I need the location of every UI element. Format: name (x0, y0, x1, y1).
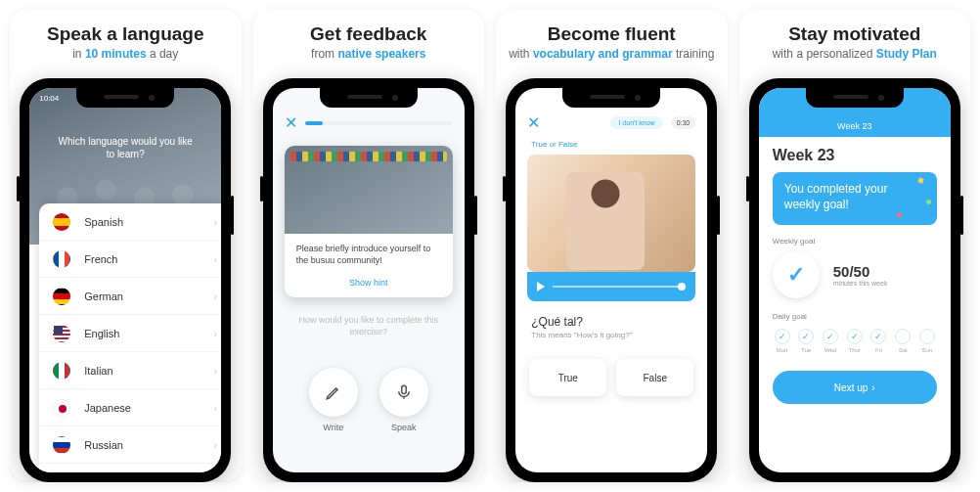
day-mon: Mon (773, 329, 792, 353)
write-label: Write (323, 423, 343, 432)
phone-notch (806, 88, 904, 108)
language-item-french[interactable]: French› (39, 241, 221, 278)
day-label: Wed (824, 347, 836, 353)
chevron-right-icon: › (871, 382, 874, 393)
language-item-english[interactable]: English› (39, 315, 221, 352)
language-item-chinese[interactable]: Chinese› (39, 464, 221, 472)
language-prompt: Which language would you like to learn? (29, 135, 221, 160)
goal-banner: You completed your weekly goal! (773, 172, 937, 225)
speak-button[interactable]: Speak (379, 368, 428, 432)
exercise-actions: Write Speak (273, 368, 465, 432)
day-label: Tue (801, 347, 811, 353)
card-title: Become fluent (548, 23, 676, 45)
confetti-icon (917, 177, 923, 183)
phone-screen: Week 23 Week 23 You completed your weekl… (759, 88, 951, 472)
goal-ring: ✓ (773, 251, 820, 298)
day-fri: Fri (869, 329, 889, 353)
next-up-button[interactable]: Next up › (773, 371, 937, 404)
chevron-right-icon: › (214, 365, 218, 377)
language-label: French (84, 253, 117, 265)
sub-accent: Study Plan (876, 47, 937, 61)
chevron-right-icon: › (214, 328, 218, 339)
check-icon: ✓ (787, 262, 805, 288)
language-item-japanese[interactable]: Japanese› (39, 389, 221, 426)
flag-icon (53, 399, 70, 417)
language-label: Spanish (84, 216, 123, 228)
idk-button[interactable]: I don't know (610, 116, 662, 129)
card-title: Speak a language (47, 23, 204, 45)
phone-frame: Week 23 Week 23 You completed your weekl… (749, 78, 960, 482)
phone-frame: ✕ I don't know 0:30 True or False ¿Qué t… (506, 78, 717, 482)
close-icon[interactable]: ✕ (527, 113, 540, 132)
chevron-right-icon: › (214, 402, 218, 414)
mic-icon (379, 368, 428, 417)
day-check-icon (847, 329, 863, 344)
goal-banner-text: You completed your weekly goal! (784, 182, 888, 211)
quiz-question: ¿Qué tal? (531, 315, 691, 329)
flag-icon (53, 325, 70, 342)
close-icon[interactable]: ✕ (285, 113, 297, 132)
phone-notch (562, 88, 660, 108)
confetti-icon (926, 200, 931, 204)
daily-goal-row: Mon Tue Wed Thur Fri Sat Sun (773, 329, 937, 353)
card-subtitle: with vocabulary and grammar training (509, 47, 714, 61)
language-item-german[interactable]: German› (39, 278, 221, 315)
quiz-answers: True False (529, 359, 693, 396)
quiz-mode-label: True or False (531, 140, 691, 149)
write-button[interactable]: Write (309, 368, 358, 432)
show-hint-link[interactable]: Show hint (285, 276, 453, 297)
timer-badge: 0:30 (671, 116, 696, 129)
promo-card-1: Speak a language in 10 minutes a day 10:… (10, 10, 242, 482)
day-check-icon (919, 329, 935, 344)
audio-track[interactable] (553, 286, 686, 288)
language-label: Italian (84, 365, 112, 377)
goal-count: 50/50 (833, 263, 888, 280)
day-check-icon (823, 329, 838, 344)
exercise-card: Please briefly introduce yourself to the… (285, 146, 453, 297)
chevron-right-icon: › (214, 253, 218, 265)
sub-accent: 10 minutes (85, 47, 147, 61)
day-label: Thur (849, 347, 861, 353)
sub-accent: native speakers (337, 47, 425, 61)
day-label: Sat (899, 347, 908, 353)
day-tue: Tue (796, 329, 816, 353)
phone-screen: ✕ Please briefly introduce yourself to t… (273, 88, 465, 472)
quiz-photo (527, 155, 695, 272)
status-time: 10:04 (39, 94, 59, 103)
false-button[interactable]: False (616, 359, 693, 396)
audio-player[interactable] (527, 272, 695, 301)
true-button[interactable]: True (529, 359, 606, 396)
weekly-goal-row: ✓ 50/50 minutes this week (773, 251, 937, 298)
language-item-spanish[interactable]: Spanish› (39, 203, 221, 241)
sub-pre: from (311, 47, 337, 61)
sub-post: training (673, 47, 715, 61)
language-label: English (84, 328, 119, 339)
sub-pre: in (72, 47, 85, 61)
language-label: Japanese (84, 402, 131, 414)
flag-icon (53, 213, 70, 231)
pencil-icon (309, 368, 358, 417)
play-icon[interactable] (537, 282, 545, 291)
promo-card-4: Stay motivated with a personalized Study… (739, 10, 971, 482)
exercise-task: Please briefly introduce yourself to the… (285, 234, 453, 276)
card-title: Stay motivated (788, 23, 920, 45)
language-item-russian[interactable]: Russian› (39, 426, 221, 464)
exercise-question: How would you like to complete this exer… (289, 315, 449, 337)
plan-header-label: Week 23 (837, 121, 871, 131)
phone-screen: ✕ I don't know 0:30 True or False ¿Qué t… (515, 88, 707, 472)
language-list[interactable]: Spanish› French› German› English› Italia… (39, 203, 221, 472)
sub-post: a day (147, 47, 179, 61)
chevron-right-icon: › (214, 439, 218, 451)
language-item-italian[interactable]: Italian› (39, 352, 221, 389)
exercise-image (285, 146, 453, 234)
card-subtitle: with a personalized Study Plan (773, 47, 937, 61)
day-sun: Sun (917, 329, 937, 353)
promo-card-3: Become fluent with vocabulary and gramma… (496, 10, 728, 482)
day-label: Sun (922, 347, 933, 353)
sub-pre: with a personalized (773, 47, 876, 61)
day-check-icon (775, 329, 790, 344)
phone-frame: ✕ Please briefly introduce yourself to t… (263, 78, 474, 482)
goal-count-sub: minutes this week (833, 280, 888, 287)
chevron-right-icon: › (214, 216, 218, 228)
chevron-right-icon: › (214, 291, 218, 302)
